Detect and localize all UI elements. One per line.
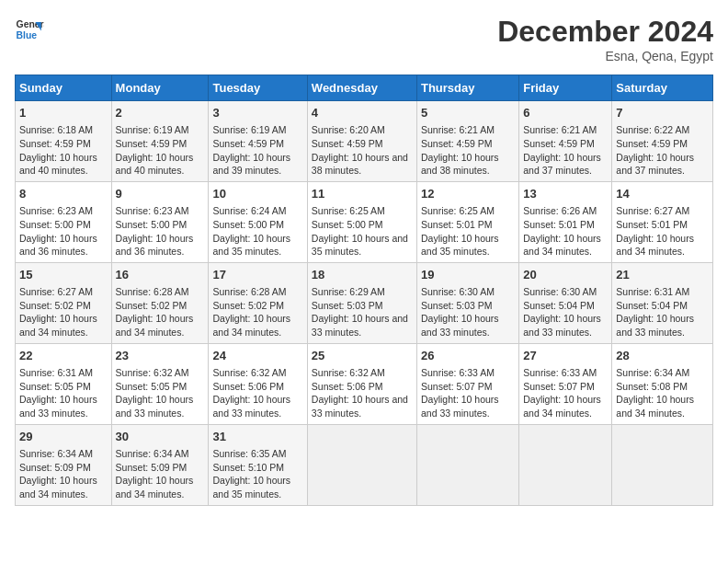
sunset-label: Sunset: 5:01 PM <box>421 219 493 230</box>
header-thursday: Thursday <box>416 75 518 101</box>
calendar-table: Sunday Monday Tuesday Wednesday Thursday… <box>15 75 713 506</box>
daylight-label: Daylight: 10 hours and 33 minutes. <box>312 313 408 338</box>
calendar-cell <box>519 424 612 505</box>
sunrise-label: Sunrise: 6:19 AM <box>116 124 189 135</box>
daylight-label: Daylight: 10 hours and 34 minutes. <box>212 313 290 338</box>
calendar-cell <box>416 424 518 505</box>
daylight-label: Daylight: 10 hours and 36 minutes. <box>116 233 194 258</box>
sunset-label: Sunset: 5:05 PM <box>19 381 91 392</box>
sunrise-label: Sunrise: 6:27 AM <box>616 205 689 216</box>
day-number: 29 <box>19 429 108 445</box>
sunrise-label: Sunrise: 6:26 AM <box>523 205 597 216</box>
calendar-cell: 6Sunrise: 6:21 AMSunset: 4:59 PMDaylight… <box>519 101 612 182</box>
header-sunday: Sunday <box>16 75 112 101</box>
calendar-cell: 18Sunrise: 6:29 AMSunset: 5:03 PMDayligh… <box>307 262 416 343</box>
header-friday: Friday <box>519 75 612 101</box>
day-number: 19 <box>421 267 515 283</box>
daylight-label: Daylight: 10 hours and 34 minutes. <box>116 475 194 500</box>
sunset-label: Sunset: 4:59 PM <box>116 138 188 149</box>
daylight-label: Daylight: 10 hours and 35 minutes. <box>212 233 290 258</box>
day-number: 10 <box>212 186 302 202</box>
calendar-cell: 28Sunrise: 6:34 AMSunset: 5:08 PMDayligh… <box>612 343 713 424</box>
daylight-label: Daylight: 10 hours and 33 minutes. <box>523 313 601 338</box>
sunrise-label: Sunrise: 6:34 AM <box>19 448 93 459</box>
calendar-cell: 7Sunrise: 6:22 AMSunset: 4:59 PMDaylight… <box>612 101 713 182</box>
sunrise-label: Sunrise: 6:23 AM <box>116 205 189 216</box>
daylight-label: Daylight: 10 hours and 34 minutes. <box>616 233 694 258</box>
day-number: 16 <box>116 267 205 283</box>
header: General Blue December 2024 Esna, Qena, E… <box>15 15 713 63</box>
sunrise-label: Sunrise: 6:33 AM <box>421 367 495 378</box>
page-subtitle: Esna, Qena, Egypt <box>497 49 713 63</box>
sunrise-label: Sunrise: 6:25 AM <box>421 205 495 216</box>
calendar-week-row: 15Sunrise: 6:27 AMSunset: 5:02 PMDayligh… <box>16 262 713 343</box>
calendar-cell: 25Sunrise: 6:32 AMSunset: 5:06 PMDayligh… <box>307 343 416 424</box>
sunset-label: Sunset: 5:02 PM <box>19 300 91 311</box>
sunrise-label: Sunrise: 6:34 AM <box>616 367 689 378</box>
sunset-label: Sunset: 5:07 PM <box>523 381 595 392</box>
daylight-label: Daylight: 10 hours and 37 minutes. <box>523 152 601 177</box>
sunset-label: Sunset: 5:07 PM <box>421 381 493 392</box>
sunset-label: Sunset: 4:59 PM <box>421 138 493 149</box>
day-number: 11 <box>312 186 413 202</box>
sunrise-label: Sunrise: 6:28 AM <box>116 286 189 297</box>
day-number: 27 <box>523 348 608 364</box>
day-number: 31 <box>212 429 302 445</box>
sunset-label: Sunset: 4:59 PM <box>19 138 91 149</box>
sunset-label: Sunset: 5:05 PM <box>116 381 188 392</box>
day-number: 4 <box>312 105 413 121</box>
daylight-label: Daylight: 10 hours and 36 minutes. <box>19 233 97 258</box>
daylight-label: Daylight: 10 hours and 33 minutes. <box>116 394 194 419</box>
sunset-label: Sunset: 5:03 PM <box>421 300 493 311</box>
day-number: 1 <box>19 105 108 121</box>
daylight-label: Daylight: 10 hours and 38 minutes. <box>312 152 408 177</box>
title-area: December 2024 Esna, Qena, Egypt <box>497 15 713 63</box>
sunrise-label: Sunrise: 6:24 AM <box>212 205 286 216</box>
sunset-label: Sunset: 5:01 PM <box>523 219 595 230</box>
sunrise-label: Sunrise: 6:31 AM <box>19 367 93 378</box>
header-saturday: Saturday <box>612 75 713 101</box>
day-number: 18 <box>312 267 413 283</box>
day-number: 22 <box>19 348 108 364</box>
sunrise-label: Sunrise: 6:21 AM <box>421 124 495 135</box>
sunrise-label: Sunrise: 6:30 AM <box>421 286 495 297</box>
calendar-cell: 3Sunrise: 6:19 AMSunset: 4:59 PMDaylight… <box>209 101 307 182</box>
logo-icon: General Blue <box>15 15 44 44</box>
sunset-label: Sunset: 5:04 PM <box>616 300 688 311</box>
daylight-label: Daylight: 10 hours and 33 minutes. <box>212 394 290 419</box>
day-number: 7 <box>616 105 709 121</box>
day-number: 2 <box>116 105 205 121</box>
sunset-label: Sunset: 5:10 PM <box>212 462 284 473</box>
day-number: 14 <box>616 186 709 202</box>
day-number: 26 <box>421 348 515 364</box>
sunset-label: Sunset: 5:00 PM <box>19 219 91 230</box>
day-number: 6 <box>523 105 608 121</box>
day-number: 30 <box>116 429 205 445</box>
daylight-label: Daylight: 10 hours and 34 minutes. <box>523 394 601 419</box>
day-number: 23 <box>116 348 205 364</box>
day-number: 12 <box>421 186 515 202</box>
day-number: 21 <box>616 267 709 283</box>
calendar-cell: 10Sunrise: 6:24 AMSunset: 5:00 PMDayligh… <box>209 181 307 262</box>
sunset-label: Sunset: 5:01 PM <box>616 219 688 230</box>
sunset-label: Sunset: 5:04 PM <box>523 300 595 311</box>
day-number: 15 <box>19 267 108 283</box>
daylight-label: Daylight: 10 hours and 33 minutes. <box>421 394 499 419</box>
sunrise-label: Sunrise: 6:35 AM <box>212 448 286 459</box>
day-number: 8 <box>19 186 108 202</box>
sunrise-label: Sunrise: 6:22 AM <box>616 124 689 135</box>
daylight-label: Daylight: 10 hours and 33 minutes. <box>616 313 694 338</box>
sunset-label: Sunset: 4:59 PM <box>523 138 595 149</box>
calendar-cell: 23Sunrise: 6:32 AMSunset: 5:05 PMDayligh… <box>111 343 209 424</box>
sunrise-label: Sunrise: 6:27 AM <box>19 286 93 297</box>
calendar-cell: 1Sunrise: 6:18 AMSunset: 4:59 PMDaylight… <box>16 101 112 182</box>
svg-text:Blue: Blue <box>17 30 38 40</box>
calendar-cell: 19Sunrise: 6:30 AMSunset: 5:03 PMDayligh… <box>416 262 518 343</box>
weekday-header-row: Sunday Monday Tuesday Wednesday Thursday… <box>16 75 713 101</box>
day-number: 9 <box>116 186 205 202</box>
sunrise-label: Sunrise: 6:25 AM <box>312 205 385 216</box>
daylight-label: Daylight: 10 hours and 40 minutes. <box>19 152 97 177</box>
daylight-label: Daylight: 10 hours and 39 minutes. <box>212 152 290 177</box>
calendar-cell: 2Sunrise: 6:19 AMSunset: 4:59 PMDaylight… <box>111 101 209 182</box>
calendar-cell: 26Sunrise: 6:33 AMSunset: 5:07 PMDayligh… <box>416 343 518 424</box>
